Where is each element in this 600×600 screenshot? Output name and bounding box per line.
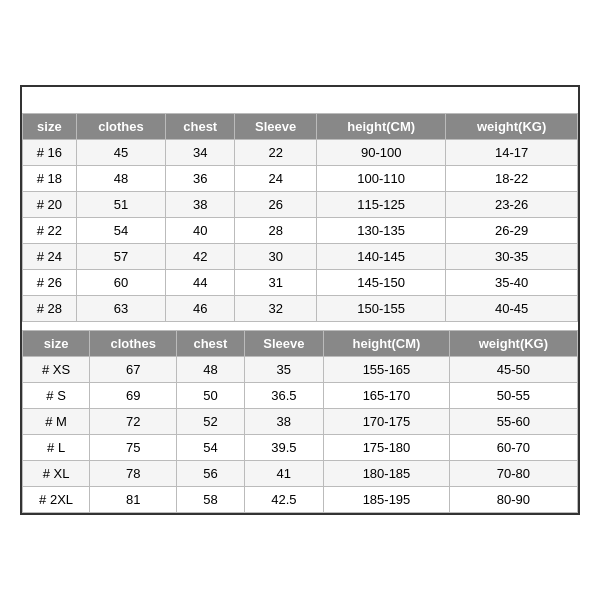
table-cell: 45 [76,140,166,166]
table-row: # 22544028130-13526-29 [23,218,578,244]
table-cell: 67 [90,357,177,383]
table-cell: 42 [166,244,235,270]
table1-wrapper: sizeclotheschestSleeveheight(CM)weight(K… [22,113,578,322]
table-cell: 48 [177,357,244,383]
table-cell: 90-100 [317,140,446,166]
table-cell: 170-175 [324,409,450,435]
table-cell: 40-45 [446,296,578,322]
table-cell: 26 [235,192,317,218]
table-cell: 60-70 [449,435,577,461]
col-header: chest [177,331,244,357]
table-cell: 34 [166,140,235,166]
table-cell: 150-155 [317,296,446,322]
table-cell: 46 [166,296,235,322]
table-cell: 45-50 [449,357,577,383]
table-cell: 40 [166,218,235,244]
table-cell: 75 [90,435,177,461]
table-row: # M725238170-17555-60 [23,409,578,435]
table-row: # 28634632150-15540-45 [23,296,578,322]
table2-wrapper: sizeclotheschestSleeveheight(CM)weight(K… [22,330,578,513]
table2-body: # XS674835155-16545-50# S695036.5165-170… [23,357,578,513]
table-cell: 38 [166,192,235,218]
table-cell: # M [23,409,90,435]
table-row: # L755439.5175-18060-70 [23,435,578,461]
table-cell: 39.5 [244,435,324,461]
table-cell: 145-150 [317,270,446,296]
header-row: sizeclotheschestSleeveheight(CM)weight(K… [23,114,578,140]
section-gap [22,322,578,330]
table-cell: 52 [177,409,244,435]
col-header: clothes [90,331,177,357]
table-cell: 31 [235,270,317,296]
table1: sizeclotheschestSleeveheight(CM)weight(K… [22,113,578,322]
table-cell: # 28 [23,296,77,322]
table-cell: 78 [90,461,177,487]
col-header: size [23,114,77,140]
col-header: Sleeve [235,114,317,140]
table-cell: 36 [166,166,235,192]
table-cell: # L [23,435,90,461]
table-cell: 58 [177,487,244,513]
table-cell: 56 [177,461,244,487]
table-cell: 140-145 [317,244,446,270]
table-row: # 20513826115-12523-26 [23,192,578,218]
table-row: # 18483624100-11018-22 [23,166,578,192]
table-cell: # S [23,383,90,409]
header-row-2: sizeclotheschestSleeveheight(CM)weight(K… [23,331,578,357]
table-row: # XL785641180-18570-80 [23,461,578,487]
table-cell: # 22 [23,218,77,244]
col-header: chest [166,114,235,140]
table-cell: # XS [23,357,90,383]
table-cell: 175-180 [324,435,450,461]
table-cell: 28 [235,218,317,244]
table-cell: 48 [76,166,166,192]
table-row: # 2XL815842.5185-19580-90 [23,487,578,513]
table-cell: 70-80 [449,461,577,487]
col-header: height(CM) [317,114,446,140]
table-cell: 55-60 [449,409,577,435]
table-cell: 180-185 [324,461,450,487]
size-chart-container: sizeclotheschestSleeveheight(CM)weight(K… [20,85,580,515]
table-row: # S695036.5165-17050-55 [23,383,578,409]
table-cell: # 18 [23,166,77,192]
col-header: height(CM) [324,331,450,357]
table-cell: 155-165 [324,357,450,383]
table-cell: 57 [76,244,166,270]
table-cell: 185-195 [324,487,450,513]
table-cell: 54 [177,435,244,461]
table-cell: 35 [244,357,324,383]
table-cell: 38 [244,409,324,435]
table-cell: 44 [166,270,235,296]
table2: sizeclotheschestSleeveheight(CM)weight(K… [22,330,578,513]
table-cell: 81 [90,487,177,513]
table-cell: 24 [235,166,317,192]
table-cell: 80-90 [449,487,577,513]
table-cell: # 24 [23,244,77,270]
table-row: # 24574230140-14530-35 [23,244,578,270]
table-cell: 69 [90,383,177,409]
table-cell: 23-26 [446,192,578,218]
table-cell: 54 [76,218,166,244]
table2-header: sizeclotheschestSleeveheight(CM)weight(K… [23,331,578,357]
col-header: weight(KG) [449,331,577,357]
table-cell: 50-55 [449,383,577,409]
table-cell: # 26 [23,270,77,296]
table-row: # 26604431145-15035-40 [23,270,578,296]
table-cell: 22 [235,140,317,166]
table-cell: 36.5 [244,383,324,409]
table-cell: 100-110 [317,166,446,192]
col-header: Sleeve [244,331,324,357]
table1-header: sizeclotheschestSleeveheight(CM)weight(K… [23,114,578,140]
col-header: size [23,331,90,357]
table-cell: 42.5 [244,487,324,513]
table-cell: 41 [244,461,324,487]
table-cell: 51 [76,192,166,218]
table-cell: 26-29 [446,218,578,244]
col-header: clothes [76,114,166,140]
table-cell: # 20 [23,192,77,218]
table-cell: # 2XL [23,487,90,513]
table-cell: 32 [235,296,317,322]
table-cell: # 16 [23,140,77,166]
table-cell: 35-40 [446,270,578,296]
table-cell: 130-135 [317,218,446,244]
